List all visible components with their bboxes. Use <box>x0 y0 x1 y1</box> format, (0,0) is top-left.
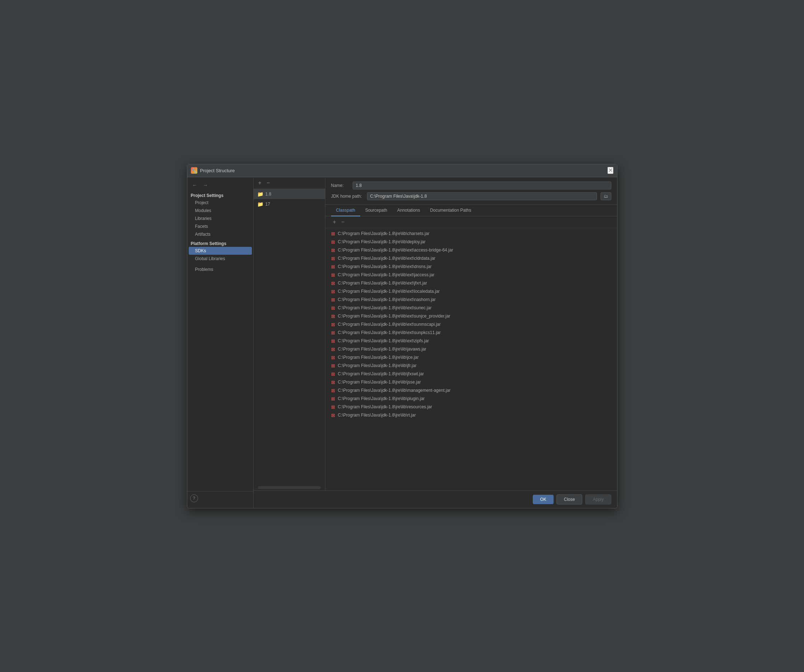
platform-settings-label: Platform Settings <box>187 238 253 247</box>
classpath-path: C:\Program Files\Java\jdk-1.8\jre\lib\ex… <box>338 314 450 319</box>
classpath-item[interactable]: ⊠C:\Program Files\Java\jdk-1.8\jre\lib\e… <box>325 271 617 279</box>
classpath-path: C:\Program Files\Java\jdk-1.8\jre\lib\ex… <box>338 248 453 253</box>
forward-button[interactable]: → <box>201 181 210 189</box>
classpath-list: ⊠C:\Program Files\Java\jdk-1.8\jre\lib\c… <box>325 228 617 491</box>
classpath-item[interactable]: ⊠C:\Program Files\Java\jdk-1.8\jre\lib\e… <box>325 254 617 263</box>
nav-buttons: ← → <box>187 180 253 191</box>
jar-icon: ⊠ <box>331 289 335 294</box>
sidebar-item-libraries[interactable]: Libraries <box>187 214 253 222</box>
classpath-item[interactable]: ⊠C:\Program Files\Java\jdk-1.8\jre\lib\j… <box>325 361 617 370</box>
classpath-path: C:\Program Files\Java\jdk-1.8\jre\lib\ex… <box>338 264 431 269</box>
classpath-item[interactable]: ⊠C:\Program Files\Java\jdk-1.8\jre\lib\e… <box>325 304 617 312</box>
jar-icon: ⊠ <box>331 388 335 393</box>
classpath-path: C:\Program Files\Java\jdk-1.8\jre\lib\de… <box>338 239 426 244</box>
classpath-path: C:\Program Files\Java\jdk-1.8\jre\lib\ex… <box>338 322 441 327</box>
classpath-item[interactable]: ⊠C:\Program Files\Java\jdk-1.8\jre\lib\e… <box>325 263 617 271</box>
project-structure-dialog: 🔧 Project Structure ✕ ← → Project Settin… <box>187 164 618 508</box>
classpath-item[interactable]: ⊠C:\Program Files\Java\jdk-1.8\jre\lib\j… <box>325 353 617 361</box>
sdk-list-toolbar: + − <box>254 177 325 189</box>
classpath-item[interactable]: ⊠C:\Program Files\Java\jdk-1.8\jre\lib\r… <box>325 411 617 419</box>
tab-classpath[interactable]: Classpath <box>331 205 360 216</box>
sidebar-item-modules[interactable]: Modules <box>187 207 253 214</box>
classpath-path: C:\Program Files\Java\jdk-1.8\jre\lib\jc… <box>338 355 419 360</box>
back-button[interactable]: ← <box>190 181 199 189</box>
detail-panel: Name: JDK home path: 🗂 Classpath <box>325 177 617 491</box>
name-input[interactable] <box>353 181 611 190</box>
jar-icon: ⊠ <box>331 355 335 360</box>
classpath-item[interactable]: ⊠C:\Program Files\Java\jdk-1.8\jre\lib\e… <box>325 312 617 320</box>
main-panel: + − 📁 1.8 📁 17 <box>254 177 617 508</box>
classpath-item[interactable]: ⊠C:\Program Files\Java\jdk-1.8\jre\lib\j… <box>325 378 617 386</box>
classpath-path: C:\Program Files\Java\jdk-1.8\jre\lib\jf… <box>338 371 424 376</box>
content-area: ← → Project Settings Project Modules Lib… <box>187 177 617 508</box>
classpath-path: C:\Program Files\Java\jdk-1.8\jre\lib\ex… <box>338 256 436 261</box>
bottom-bar: OK Close Apply <box>254 491 617 508</box>
classpath-toolbar: + − <box>325 216 617 228</box>
classpath-item[interactable]: ⊠C:\Program Files\Java\jdk-1.8\jre\lib\e… <box>325 288 617 296</box>
sidebar-item-project[interactable]: Project <box>187 199 253 207</box>
classpath-path: C:\Program Files\Java\jdk-1.8\jre\lib\ex… <box>338 305 431 311</box>
classpath-path: C:\Program Files\Java\jdk-1.8\jre\lib\ex… <box>338 330 441 335</box>
sdk-list-scrollbar[interactable] <box>254 485 325 491</box>
jar-icon: ⊠ <box>331 272 335 278</box>
sdk-list-panel: + − 📁 1.8 📁 17 <box>254 177 325 491</box>
tab-annotations[interactable]: Annotations <box>392 205 425 216</box>
sdk-item-1-8[interactable]: 📁 1.8 <box>254 189 325 199</box>
classpath-item[interactable]: ⊠C:\Program Files\Java\jdk-1.8\jre\lib\e… <box>325 279 617 288</box>
jdk-path-row: JDK home path: 🗂 <box>331 192 611 200</box>
ok-button[interactable]: OK <box>533 495 553 504</box>
classpath-path: C:\Program Files\Java\jdk-1.8\jre\lib\re… <box>338 404 432 409</box>
jar-icon: ⊠ <box>331 379 335 385</box>
classpath-path: C:\Program Files\Java\jdk-1.8\jre\lib\ex… <box>338 281 427 286</box>
jar-icon: ⊠ <box>331 330 335 335</box>
sdk-item-17[interactable]: 📁 17 <box>254 199 325 209</box>
classpath-path: C:\Program Files\Java\jdk-1.8\jre\lib\ex… <box>338 297 436 302</box>
main-inner: + − 📁 1.8 📁 17 <box>254 177 617 491</box>
add-sdk-button[interactable]: + <box>257 179 263 186</box>
jar-icon: ⊠ <box>331 363 335 368</box>
classpath-path: C:\Program Files\Java\jdk-1.8\jre\lib\js… <box>338 379 421 384</box>
sidebar-item-problems[interactable]: Problems <box>187 265 253 273</box>
jar-icon: ⊠ <box>331 347 335 352</box>
browse-button[interactable]: 🗂 <box>601 192 611 200</box>
sidebar: ← → Project Settings Project Modules Lib… <box>187 177 254 508</box>
jar-icon: ⊠ <box>331 371 335 377</box>
help-button[interactable]: ? <box>190 494 198 502</box>
classpath-item[interactable]: ⊠C:\Program Files\Java\jdk-1.8\jre\lib\j… <box>325 345 617 353</box>
sidebar-item-global-libraries[interactable]: Global Libraries <box>187 255 253 263</box>
classpath-item[interactable]: ⊠C:\Program Files\Java\jdk-1.8\jre\lib\m… <box>325 386 617 395</box>
apply-button[interactable]: Apply <box>585 494 611 504</box>
close-dialog-button[interactable]: Close <box>556 494 583 504</box>
remove-sdk-button[interactable]: − <box>265 179 271 186</box>
jar-icon: ⊠ <box>331 297 335 302</box>
classpath-item[interactable]: ⊠C:\Program Files\Java\jdk-1.8\jre\lib\e… <box>325 329 617 337</box>
close-button[interactable]: ✕ <box>607 167 613 174</box>
name-label: Name: <box>331 183 349 188</box>
jdk-path-input[interactable] <box>367 192 597 200</box>
classpath-item[interactable]: ⊠C:\Program Files\Java\jdk-1.8\jre\lib\e… <box>325 296 617 304</box>
remove-classpath-button[interactable]: − <box>339 219 346 226</box>
jar-icon: ⊠ <box>331 248 335 253</box>
sdk-list: 📁 1.8 📁 17 <box>254 189 325 485</box>
sdk-folder-icon: 📁 <box>257 191 263 197</box>
jar-icon: ⊠ <box>331 256 335 261</box>
classpath-item[interactable]: ⊠C:\Program Files\Java\jdk-1.8\jre\lib\e… <box>325 337 617 345</box>
project-settings-label: Project Settings <box>187 191 253 199</box>
jar-icon: ⊠ <box>331 404 335 410</box>
tab-documentation-paths[interactable]: Documentation Paths <box>425 205 476 216</box>
classpath-item[interactable]: ⊠C:\Program Files\Java\jdk-1.8\jre\lib\j… <box>325 370 617 378</box>
classpath-item[interactable]: ⊠C:\Program Files\Java\jdk-1.8\jre\lib\p… <box>325 395 617 403</box>
add-classpath-button[interactable]: + <box>331 219 338 226</box>
sidebar-item-artifacts[interactable]: Artifacts <box>187 231 253 238</box>
app-icon: 🔧 <box>191 167 197 174</box>
sidebar-item-sdks[interactable]: SDKs <box>189 247 252 255</box>
classpath-item[interactable]: ⊠C:\Program Files\Java\jdk-1.8\jre\lib\r… <box>325 403 617 411</box>
classpath-item[interactable]: ⊠C:\Program Files\Java\jdk-1.8\jre\lib\c… <box>325 230 617 238</box>
classpath-item[interactable]: ⊠C:\Program Files\Java\jdk-1.8\jre\lib\e… <box>325 246 617 254</box>
jar-icon: ⊠ <box>331 338 335 344</box>
tab-sourcepath[interactable]: Sourcepath <box>360 205 392 216</box>
classpath-item[interactable]: ⊠C:\Program Files\Java\jdk-1.8\jre\lib\d… <box>325 238 617 246</box>
classpath-item[interactable]: ⊠C:\Program Files\Java\jdk-1.8\jre\lib\e… <box>325 320 617 329</box>
sidebar-item-facets[interactable]: Facets <box>187 222 253 231</box>
classpath-path: C:\Program Files\Java\jdk-1.8\jre\lib\ex… <box>338 338 429 343</box>
